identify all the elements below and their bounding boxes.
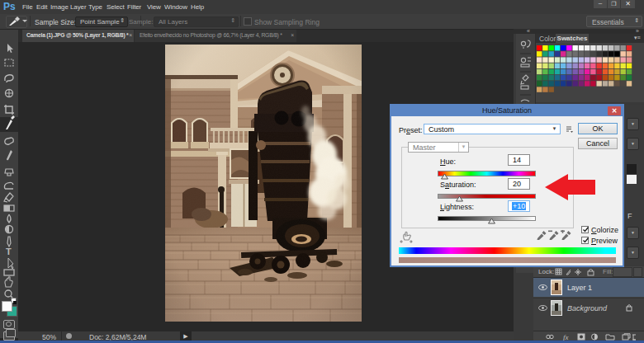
svg-text:fx: fx <box>563 333 569 341</box>
svg-text:T: T <box>6 247 12 256</box>
